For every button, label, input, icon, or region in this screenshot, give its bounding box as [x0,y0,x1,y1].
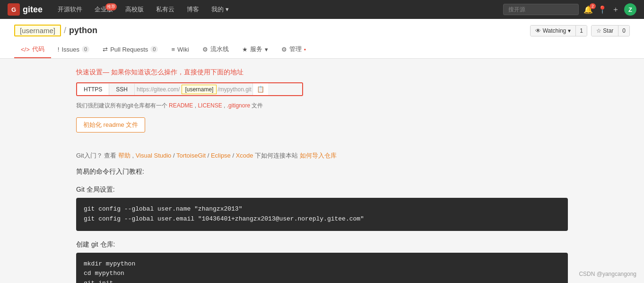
tab-wiki[interactable]: ≡ Wiki [165,41,195,58]
pr-icon: ⇄ [103,46,108,53]
nav-item-mine[interactable]: 我的 ▾ [206,2,235,17]
url-suffix: /mypython.git [217,84,252,95]
global-config-section: Git 全局设置: git config --global user.name … [76,186,568,231]
plus-icon[interactable]: ＋ [612,5,619,15]
readme-highlight: README [169,102,193,109]
url-selector: HTTPS SSH https://gitee.com/ [username] … [76,82,303,96]
wiki-icon: ≡ [171,46,175,53]
navbar-right: 🔔 2 📍 ＋ Z [503,3,636,16]
location-icon[interactable]: 📍 [598,5,607,14]
tab-code[interactable]: </> 代码 [14,41,51,58]
pr-badge: 0 [150,46,158,53]
tab-issues-label: Issues [61,46,79,53]
nav-item-blog[interactable]: 博客 [181,2,205,17]
nav-item-opensource[interactable]: 开源软件 [52,2,88,17]
main-content: 快速设置— 如果你知道该怎么操作，直接使用下面的地址 HTTPS SSH htt… [62,59,582,283]
create-repo-title: 创建 git 仓库: [76,240,568,249]
create-repo-section: 创建 git 仓库: mkdir mypython cd mypython gi… [76,240,568,283]
tab-wiki-label: Wiki [177,46,189,53]
create-repo-code: mkdir mypython cd mypython git init touc… [76,253,568,283]
url-username: [username] [182,85,217,94]
vs-link[interactable]: Visual Studio [136,152,172,159]
footer-watermark: CSDN @yangcangong [579,271,636,277]
repo-title-row: [username] / python 👁 Watching ▾ 1 ☆ Sta… [14,25,630,36]
init-readme-button[interactable]: 初始化 readme 文件 [76,117,145,133]
issues-badge: 0 [82,46,89,53]
logo-text: gitee [23,5,43,15]
logo[interactable]: G gitee [8,3,43,16]
watch-label: Watching [543,27,566,34]
watch-button[interactable]: 👁 Watching ▾ 1 [530,25,587,36]
import-link[interactable]: 如何导入仓库 [300,152,337,159]
watch-dropdown-icon: ▾ [568,27,571,34]
issues-icon: ! [58,46,60,53]
tutorial-intro-title: 简易的命令行入门教程: [76,168,568,176]
enterprise-badge: 推荐 [105,3,117,10]
nav-item-enterprise[interactable]: 企业版 推荐 [89,2,119,17]
star-label: ☆ Star [596,27,613,34]
tab-manage-label: 管理 [289,45,302,53]
tab-pr-label: Pull Requests [110,46,148,53]
logo-icon: G [8,3,20,16]
url-prefix: https://gitee.com/ [135,84,182,95]
repo-owner[interactable]: [username] [14,25,61,36]
tab-service-label: 服务 [250,45,262,53]
tab-issues[interactable]: ! Issues 0 [51,41,96,58]
nav-item-university[interactable]: 高校版 [120,2,149,17]
star-button[interactable]: ☆ Star 0 [591,25,630,36]
help-link[interactable]: 帮助 [118,152,131,159]
ssh-tab[interactable]: SSH [109,84,135,95]
tab-pipeline[interactable]: ⚙ 流水线 [196,41,235,58]
search-input[interactable] [503,4,579,15]
recommend-text: 我们强烈建议所有的git仓库都有一个 README , LICENSE , .g… [76,102,568,110]
manage-icon: ⚙ [281,46,287,53]
quick-setup-title: 快速设置— 如果你知道该怎么操作，直接使用下面的地址 [76,68,568,77]
gitignore-highlight: .gitignore [227,102,250,109]
user-avatar[interactable]: Z [624,3,636,16]
navbar-menu: 开源软件 企业版 推荐 高校版 私有云 博客 我的 ▾ [52,2,503,17]
global-config-code: git config --global user.name "zhangzx20… [76,198,568,231]
navbar: G gitee 开源软件 企业版 推荐 高校版 私有云 博客 我的 ▾ 🔔 2 … [0,0,644,19]
notification-badge: 2 [590,3,596,9]
tab-pull-requests[interactable]: ⇄ Pull Requests 0 [96,41,165,58]
watch-count[interactable]: 1 [576,26,587,36]
tutorial-intro: 简易的命令行入门教程: [76,168,568,176]
repo-title: [username] / python [14,25,97,36]
https-tab[interactable]: HTTPS [77,84,109,95]
watch-button-main[interactable]: 👁 Watching ▾ [531,26,576,36]
tab-pipeline-label: 流水线 [210,45,229,53]
tab-code-label: 代码 [32,45,44,53]
code-icon: </> [21,46,30,53]
tortoisegit-link[interactable]: TortoiseGit [176,152,206,159]
global-config-title: Git 全局设置: [76,186,568,194]
copy-url-button[interactable]: 📋 [252,83,268,95]
repo-actions: 👁 Watching ▾ 1 ☆ Star 0 [530,25,630,36]
eye-icon: 👁 [535,27,541,34]
star-button-main[interactable]: ☆ Star [592,26,618,36]
repo-name: python [69,26,97,35]
repo-header: [username] / python 👁 Watching ▾ 1 ☆ Sta… [0,19,644,59]
notification-bell[interactable]: 🔔 2 [583,5,593,14]
repo-tabs: </> 代码 ! Issues 0 ⇄ Pull Requests 0 ≡ Wi… [14,41,630,58]
star-count[interactable]: 0 [618,26,629,36]
nav-item-private-cloud[interactable]: 私有云 [150,2,180,17]
quick-setup-section: 快速设置— 如果你知道该怎么操作，直接使用下面的地址 HTTPS SSH htt… [76,68,568,142]
tab-service[interactable]: ★ 服务 ▾ [235,41,275,58]
service-icon: ★ [242,46,248,53]
pipeline-icon: ⚙ [202,46,208,53]
tab-manage[interactable]: ⚙ 管理 ● [275,41,313,58]
eclipse-link[interactable]: Eclipse [211,152,231,159]
xcode-link[interactable]: Xcode [236,152,253,159]
git-intro: Git入门？ 查看 帮助 , Visual Studio / TortoiseG… [76,151,568,160]
license-highlight: LICENSE [198,102,222,109]
repo-slash: / [64,26,66,35]
